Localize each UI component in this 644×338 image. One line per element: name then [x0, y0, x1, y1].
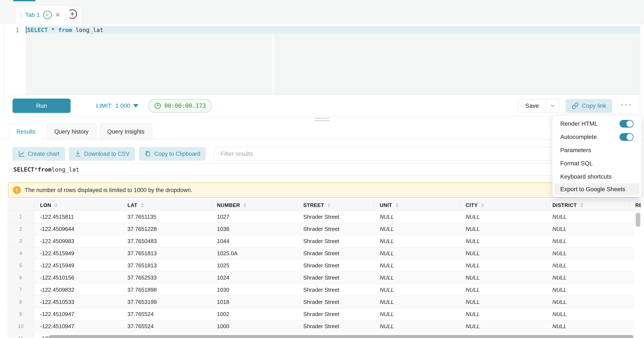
cell-unit: NULL	[374, 308, 460, 320]
menu-item-label: Autocomplete	[560, 134, 620, 140]
table-row[interactable]: 3-122.450998337.76504831044Shrader Stree…	[8, 235, 634, 247]
row-number-cell: 5	[8, 259, 34, 271]
download-icon	[74, 150, 81, 157]
create-chart-button[interactable]: Create chart	[12, 147, 65, 161]
download-csv-button[interactable]: Download to CSV	[69, 147, 135, 161]
tab-drag-handle-icon[interactable]	[20, 12, 22, 18]
line-number: 1	[9, 27, 26, 34]
cell-lon: -122.4509832	[34, 284, 122, 296]
cell-unit: NULL	[374, 223, 460, 235]
copy-to-clipboard-button[interactable]: Copy to Clipboard	[139, 147, 206, 161]
cell-unit: NULL	[374, 247, 460, 259]
cell-number: 1038	[211, 223, 297, 235]
column-header-re[interactable]: RE	[629, 200, 641, 211]
toggle-switch-on[interactable]	[620, 120, 634, 128]
timer-value: 00:00:00.173	[164, 102, 206, 109]
column-header-label: NUMBER	[217, 202, 240, 208]
run-button[interactable]: Run	[12, 99, 70, 113]
active-code-line[interactable]: SELECT * from long_lat	[26, 26, 640, 34]
cell-city: NULL	[460, 235, 546, 247]
menu-item-render-html[interactable]: Render HTML	[552, 117, 641, 130]
menu-item-label: Render HTML	[560, 120, 620, 127]
cell-lon: -122.4515811	[34, 211, 122, 223]
tab-results[interactable]: Results	[8, 123, 44, 140]
cell-city: NULL	[460, 296, 546, 308]
column-header-street[interactable]: STREET	[297, 200, 374, 211]
cell-number: 1030	[211, 284, 297, 296]
vertical-scrollbar-thumb[interactable]	[636, 213, 640, 227]
editor-pane-divider	[272, 34, 274, 95]
column-header-label: RE	[635, 202, 641, 208]
cell-lon: -122.4509983	[34, 235, 122, 247]
menu-item-export-to-google-sheets[interactable]: Export to Google Sheets	[554, 183, 640, 195]
cell-lat: 37.7651813	[122, 247, 211, 259]
sort-icon[interactable]	[328, 203, 330, 208]
save-split-button: Save	[518, 99, 559, 113]
menu-item-keyboard-shortcuts[interactable]: Keyboard shortcuts	[552, 170, 641, 183]
table-row[interactable]: 10-122.451094737.7655241000Shrader Stree…	[8, 320, 634, 332]
save-button[interactable]: Save	[518, 99, 546, 112]
code-editor[interactable]: 1 SELECT * from long_lat	[4, 24, 640, 95]
column-header-label: LAT	[128, 202, 137, 208]
table-row[interactable]: 7-122.450983237.76518981030Shrader Stree…	[8, 284, 634, 296]
save-options-button[interactable]	[546, 99, 559, 112]
column-header-district[interactable]: DISTRICT	[546, 200, 629, 211]
menu-item-format-sql[interactable]: Format SQL	[552, 157, 641, 170]
menu-item-parameters[interactable]: Parameters	[552, 144, 641, 157]
cell-street: Shrader Street	[297, 235, 374, 247]
results-table: LONLATNUMBERSTREETUNITCITYDISTRICTRE 1-1…	[8, 200, 641, 338]
sort-icon[interactable]	[54, 203, 58, 208]
sort-icon[interactable]	[243, 203, 246, 208]
editor-empty-area[interactable]	[26, 34, 640, 95]
column-header-number[interactable]: NUMBER	[211, 200, 297, 211]
menu-item-autocomplete[interactable]: Autocomplete	[552, 130, 641, 144]
table-body: 1-122.451581137.76511351027Shrader Stree…	[8, 211, 634, 338]
sort-icon[interactable]	[396, 203, 398, 208]
limit-dropdown[interactable]: LIMIT: 1 000	[96, 102, 138, 109]
table-row[interactable]: 2-122.450964437.76512281038Shrader Stree…	[8, 223, 634, 235]
row-number-cell: 2	[8, 223, 34, 235]
table-row[interactable]: 6-122.451015637.76525331024Shrader Stree…	[8, 272, 634, 284]
cell-number: 1018	[211, 296, 297, 308]
sort-icon[interactable]	[481, 203, 484, 208]
cell-number: 1000	[211, 320, 297, 332]
cell-unit: NULL	[374, 272, 460, 284]
column-header-label: CITY	[466, 202, 478, 208]
sort-icon[interactable]	[580, 203, 583, 208]
column-header-lat[interactable]: LAT	[122, 200, 211, 211]
sql-editor-app: Tab 1 ✓ ✕ + 1 SELECT * from long_lat Run…	[0, 0, 644, 338]
row-number-header	[8, 200, 34, 211]
column-header-unit[interactable]: UNIT	[374, 200, 460, 211]
horizontal-scrollbar-thumb[interactable]	[49, 335, 633, 338]
cell-lon: -122.4509644	[34, 223, 122, 235]
cell-district: NULL	[546, 223, 629, 235]
table-row[interactable]: 5-122.451594937.76518131025Shrader Stree…	[8, 259, 634, 272]
cell-district: NULL	[546, 284, 629, 296]
copy-link-button[interactable]: Copy link	[566, 99, 612, 113]
tab-query-insights[interactable]: Query Insights	[100, 123, 152, 140]
cell-street: Shrader Street	[297, 259, 374, 271]
warning-text: The number of rows displayed is limited …	[25, 187, 192, 194]
tab-query-history[interactable]: Query history	[46, 123, 96, 140]
table-row[interactable]: 8-122.451053337.76531991018Shrader Stree…	[8, 296, 634, 308]
row-number-cell: 7	[8, 284, 34, 296]
chevron-down-icon	[550, 103, 555, 109]
pane-resize-handle[interactable]	[314, 118, 330, 122]
create-chart-label: Create chart	[28, 151, 60, 157]
sort-icon[interactable]	[141, 203, 144, 208]
executed-sql-display: SELECT * from long_lat	[8, 163, 640, 176]
cell-number: 1044	[211, 235, 297, 247]
tab-progress-indicator	[13, 0, 36, 1]
table-row[interactable]: 9-122.451094737.7655241002Shrader Street…	[8, 308, 634, 320]
more-options-button[interactable]: ···	[619, 104, 634, 107]
column-header-lon[interactable]: LON	[34, 200, 122, 211]
cell-lat: 37.7652533	[122, 272, 211, 284]
cell-unit: NULL	[374, 320, 460, 332]
toggle-switch-on[interactable]	[620, 133, 634, 141]
options-dropdown-menu: Render HTMLAutocompleteParametersFormat …	[552, 115, 642, 197]
table-row[interactable]: 4-122.451594937.76518131025.0AShrader St…	[8, 247, 634, 259]
tab-1[interactable]: Tab 1 ✓ ✕	[15, 5, 70, 24]
tab-close-icon[interactable]: ✕	[55, 12, 60, 18]
column-header-city[interactable]: CITY	[460, 200, 546, 211]
table-row[interactable]: 1-122.451581137.76511351027Shrader Stree…	[8, 211, 634, 223]
